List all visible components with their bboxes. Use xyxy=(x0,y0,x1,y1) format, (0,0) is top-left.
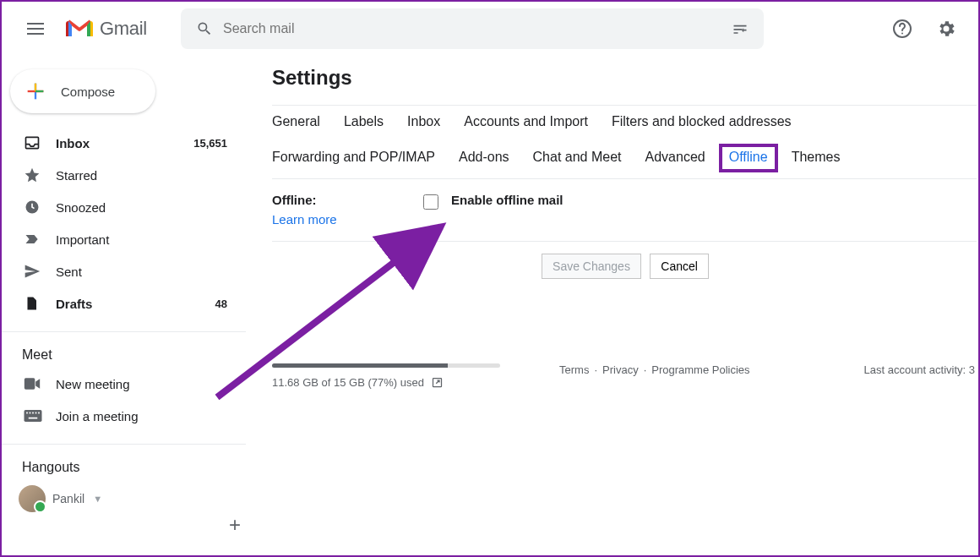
chevron-down-icon: ▼ xyxy=(93,494,102,504)
tab-themes[interactable]: Themes xyxy=(792,150,841,165)
meet-section-label: Meet xyxy=(2,332,246,368)
tab-general[interactable]: General xyxy=(272,114,320,129)
tab-accounts[interactable]: Accounts and Import xyxy=(464,114,588,129)
page-title: Settings xyxy=(272,66,978,90)
menu-icon xyxy=(27,23,44,35)
sidebar-item-important[interactable]: Important xyxy=(2,223,246,255)
sidebar-item-inbox[interactable]: Inbox 15,651 xyxy=(2,127,246,159)
enable-offline-label: Enable offline mail xyxy=(451,193,564,207)
drafts-icon xyxy=(24,295,56,312)
tab-labels[interactable]: Labels xyxy=(344,114,384,129)
avatar xyxy=(19,485,46,512)
svg-rect-8 xyxy=(32,412,34,414)
hangouts-user[interactable]: Pankil ▼ xyxy=(2,480,246,512)
hangouts-add-button[interactable]: + xyxy=(220,510,250,540)
svg-rect-9 xyxy=(35,412,37,414)
link-privacy[interactable]: Privacy xyxy=(602,363,639,376)
svg-rect-5 xyxy=(24,410,42,422)
enable-offline-checkbox[interactable] xyxy=(423,194,438,210)
open-external-icon[interactable] xyxy=(431,376,444,389)
inbox-icon xyxy=(24,134,56,151)
tab-advanced[interactable]: Advanced xyxy=(645,150,705,165)
link-policies[interactable]: Programme Policies xyxy=(651,363,749,376)
svg-rect-6 xyxy=(26,412,28,414)
tab-filters[interactable]: Filters and blocked addresses xyxy=(612,114,792,129)
help-button[interactable] xyxy=(884,10,921,47)
search-icon[interactable] xyxy=(188,20,221,37)
tab-addons[interactable]: Add-ons xyxy=(459,150,509,165)
clock-icon xyxy=(24,199,56,216)
compose-label: Compose xyxy=(61,85,115,99)
keyboard-icon xyxy=(24,410,56,422)
tune-icon xyxy=(732,20,749,37)
gmail-logo-icon xyxy=(66,19,93,39)
svg-rect-7 xyxy=(30,412,31,414)
gmail-logo-text: Gmail xyxy=(100,18,147,40)
search-input[interactable] xyxy=(221,20,723,37)
gear-icon xyxy=(936,19,956,39)
svg-point-1 xyxy=(901,33,903,35)
plus-icon xyxy=(24,79,47,103)
svg-rect-11 xyxy=(29,418,38,419)
star-icon xyxy=(24,167,56,183)
learn-more-link[interactable]: Learn more xyxy=(272,212,337,227)
camera-icon xyxy=(24,377,56,390)
offline-section-title: Offline: xyxy=(272,193,420,207)
search-tune-button[interactable] xyxy=(723,20,757,37)
main-menu-button[interactable] xyxy=(15,8,56,49)
storage-text: 11.68 GB of 15 GB (77%) used xyxy=(272,376,424,389)
link-terms[interactable]: Terms xyxy=(559,363,589,376)
tab-forwarding[interactable]: Forwarding and POP/IMAP xyxy=(272,150,435,165)
help-icon xyxy=(892,19,912,39)
tab-chat[interactable]: Chat and Meet xyxy=(533,150,622,165)
gmail-logo[interactable]: Gmail xyxy=(63,18,167,40)
sidebar-item-sent[interactable]: Sent xyxy=(2,255,246,287)
save-changes-button: Save Changes xyxy=(542,254,641,279)
settings-tabs: General Labels Inbox Accounts and Import… xyxy=(272,105,977,179)
svg-rect-10 xyxy=(38,412,40,414)
tab-offline[interactable]: Offline xyxy=(719,144,778,172)
search-bar[interactable] xyxy=(181,8,764,49)
compose-button[interactable]: Compose xyxy=(10,69,155,113)
meet-join-meeting[interactable]: Join a meeting xyxy=(2,400,246,432)
sidebar-item-snoozed[interactable]: Snoozed xyxy=(2,191,246,223)
hangouts-section-label: Hangouts xyxy=(2,445,246,480)
sidebar-item-starred[interactable]: Starred xyxy=(2,159,246,191)
important-icon xyxy=(24,231,56,248)
tab-inbox[interactable]: Inbox xyxy=(407,114,440,129)
sent-icon xyxy=(24,263,56,280)
account-activity-text: Last account activity: 3 xyxy=(863,363,975,376)
cancel-button[interactable]: Cancel xyxy=(650,254,709,279)
meet-new-meeting[interactable]: New meeting xyxy=(2,368,246,400)
sidebar-item-drafts[interactable]: Drafts 48 xyxy=(2,287,246,319)
storage-bar xyxy=(272,363,500,368)
settings-button[interactable] xyxy=(928,10,965,47)
svg-rect-4 xyxy=(24,378,35,389)
storage-indicator[interactable]: 11.68 GB of 15 GB (77%) used xyxy=(272,363,525,389)
footer-links: Terms· Privacy· Programme Policies xyxy=(525,363,863,376)
